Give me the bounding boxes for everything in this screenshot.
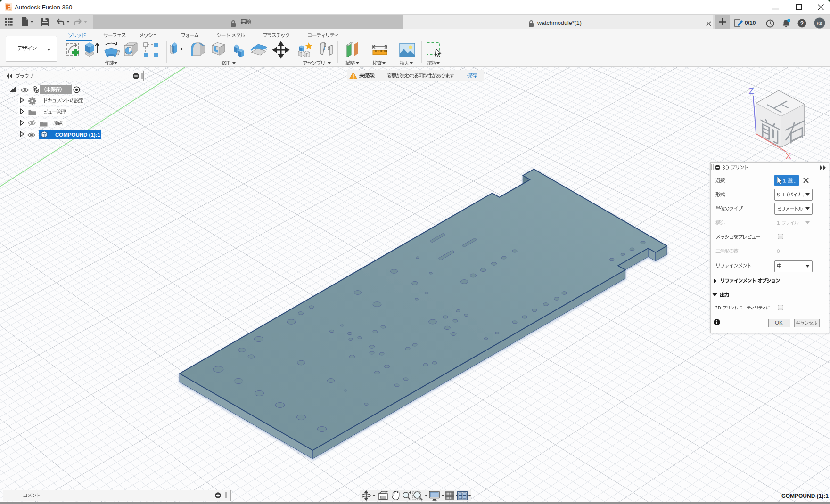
- svg-text:Z: Z: [749, 87, 754, 96]
- svg-text:KS: KS: [817, 21, 823, 26]
- svg-text:?: ?: [800, 20, 804, 27]
- svg-text:X: X: [786, 152, 791, 161]
